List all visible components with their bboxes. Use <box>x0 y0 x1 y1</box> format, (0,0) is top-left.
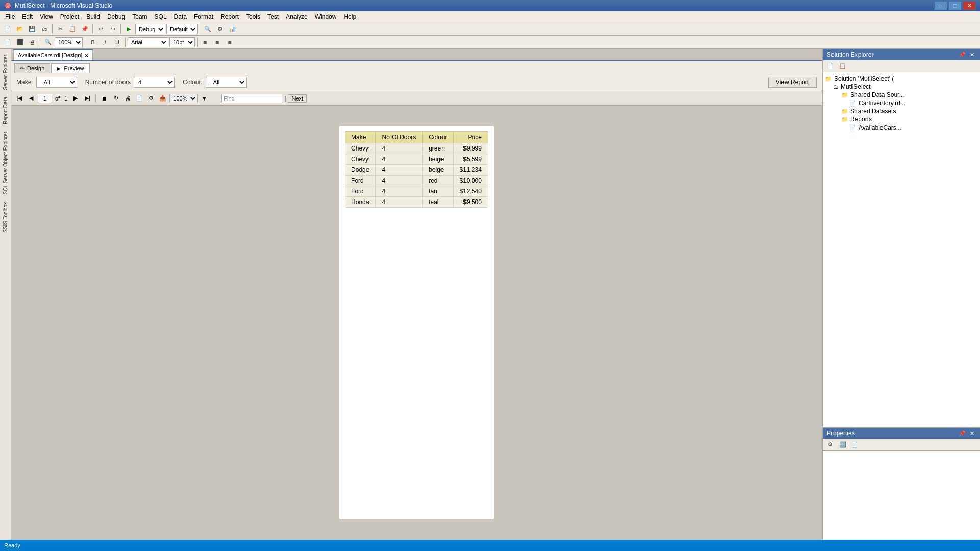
se-shared-data-sources[interactable]: 📁 Shared Data Sour... <box>825 91 978 99</box>
tb2-btn4[interactable]: B <box>87 37 99 47</box>
next-page-btn[interactable]: ▶ <box>70 93 81 104</box>
sidebar-tab-sql-server[interactable]: SQL Server Object Explorer <box>1 128 10 198</box>
sidebar-tab-ssis-toolbox[interactable]: SSIS Toolbox <box>1 198 10 236</box>
make-select[interactable]: _All <box>36 77 77 88</box>
left-sidebar: Server Explorer Report Data SQL Server O… <box>0 49 11 540</box>
col-header-price: Price <box>453 132 488 143</box>
zoom-out-btn[interactable]: 🔍 <box>42 37 54 47</box>
menu-test[interactable]: Test <box>264 12 282 21</box>
tb2-btn5[interactable]: I <box>100 37 111 47</box>
page-total: 1 <box>63 95 69 102</box>
menu-build[interactable]: Build <box>83 12 103 21</box>
se-car-inventory[interactable]: 📄 CarInventory.rd... <box>825 99 978 107</box>
copy-btn[interactable]: 📋 <box>67 24 78 34</box>
se-pin-btn[interactable]: 📌 <box>958 51 966 59</box>
align-left-btn[interactable]: ≡ <box>200 37 211 47</box>
menu-format[interactable]: Format <box>191 12 216 21</box>
export-btn[interactable]: 📤 <box>158 93 168 104</box>
menu-edit[interactable]: Edit <box>19 12 36 21</box>
menu-sql[interactable]: SQL <box>152 12 170 21</box>
se-reports[interactable]: 📁 Reports <box>825 115 978 123</box>
tb2-btn1[interactable]: 📄 <box>2 37 13 47</box>
sidebar-tab-report-data[interactable]: Report Data <box>1 93 10 128</box>
zoom-dropdown[interactable]: 100% <box>55 37 83 47</box>
size-dropdown[interactable]: 10pt <box>169 37 195 47</box>
menu-data[interactable]: Data <box>171 12 190 21</box>
props-close-btn[interactable]: ✕ <box>968 429 976 437</box>
doors-select[interactable]: 4 <box>134 77 175 88</box>
view-report-button[interactable]: View Report <box>768 77 817 88</box>
cell-colour-3: red <box>423 176 453 186</box>
se-shared-datasets[interactable]: 📁 Shared Datasets <box>825 107 978 115</box>
find-input[interactable] <box>221 94 282 103</box>
doc-tab-close[interactable]: ✕ <box>84 53 88 58</box>
run-btn[interactable]: ▶ <box>123 24 134 34</box>
align-right-btn[interactable]: ≡ <box>224 37 235 47</box>
config-dropdown[interactable]: Debug <box>135 24 165 34</box>
menu-file[interactable]: File <box>2 12 18 21</box>
prop-pages-btn[interactable]: 📄 <box>849 440 861 450</box>
font-dropdown[interactable]: Arial <box>128 37 168 47</box>
save-all-btn[interactable]: 🗂 <box>39 24 50 34</box>
next-find-btn[interactable]: Next <box>288 94 307 103</box>
tb-btn2[interactable]: ⚙ <box>214 24 226 34</box>
menu-view[interactable]: View <box>37 12 56 21</box>
cut-btn[interactable]: ✂ <box>55 24 66 34</box>
platform-dropdown[interactable]: Default <box>166 24 198 34</box>
align-center-btn[interactable]: ≡ <box>212 37 223 47</box>
last-page-btn[interactable]: ▶| <box>82 93 92 104</box>
paste-btn[interactable]: 📌 <box>79 24 90 34</box>
tb2-btn3[interactable]: 🖨 <box>27 37 38 47</box>
doc-tab-availablecars[interactable]: AvailableCars.rdl [Design] ✕ <box>13 49 93 60</box>
menu-debug[interactable]: Debug <box>104 12 128 21</box>
open-btn[interactable]: 📂 <box>14 24 26 34</box>
design-tab-icon: ✏ <box>20 66 24 71</box>
first-page-btn[interactable]: |◀ <box>14 93 24 104</box>
undo-btn[interactable]: ↩ <box>95 24 106 34</box>
print-layout-btn[interactable]: 📄 <box>134 93 144 104</box>
se-available-cars[interactable]: 📄 AvailableCars... <box>825 123 978 132</box>
tb2-btn6[interactable]: U <box>112 37 123 47</box>
minimize-button[interactable]: ─ <box>934 1 947 10</box>
refresh-btn[interactable]: ↻ <box>111 93 121 104</box>
maximize-button[interactable]: □ <box>948 1 962 10</box>
menu-window[interactable]: Window <box>312 12 340 21</box>
print-btn[interactable]: 🖨 <box>122 93 133 104</box>
sidebar-tab-server-explorer[interactable]: Server Explorer <box>1 51 10 93</box>
menu-help[interactable]: Help <box>340 12 359 21</box>
menu-project[interactable]: Project <box>57 12 82 21</box>
stop-btn[interactable]: ⏹ <box>99 93 109 104</box>
se-project[interactable]: 🗂 MutliSelect <box>825 83 978 91</box>
prop-alpha-btn[interactable]: 🔤 <box>837 440 848 450</box>
save-btn[interactable]: 💾 <box>27 24 38 34</box>
tb2-btn2[interactable]: ⬛ <box>14 37 26 47</box>
prev-page-btn[interactable]: ◀ <box>26 93 36 104</box>
new-btn[interactable]: 📄 <box>2 24 13 34</box>
se-solution[interactable]: 📁 Solution 'MutliSelect' ( <box>825 74 978 83</box>
redo-btn[interactable]: ↪ <box>107 24 118 34</box>
preview-tab[interactable]: ▶ Preview <box>51 63 89 73</box>
se-reports-label: Reports <box>850 116 872 123</box>
zoom-dropdown-btn[interactable]: ▼ <box>199 93 209 104</box>
design-preview-tabs: ✏ Design ▶ Preview <box>11 61 822 73</box>
menu-team[interactable]: Team <box>129 12 150 21</box>
zoom-select[interactable]: 100% <box>169 94 198 103</box>
se-toolbar-btn1[interactable]: 📄 <box>825 61 836 71</box>
se-toolbar-btn2[interactable]: 📋 <box>837 61 848 71</box>
col-header-make: Make <box>345 132 376 143</box>
solution-explorer-header: Solution Explorer 📌 ✕ <box>823 49 980 60</box>
page-setup-btn[interactable]: ⚙ <box>146 93 156 104</box>
tb-btn3[interactable]: 📊 <box>227 24 238 34</box>
page-number-input[interactable] <box>38 94 52 103</box>
menu-analyze[interactable]: Analyze <box>283 12 311 21</box>
tb-btn1[interactable]: 🔍 <box>202 24 213 34</box>
se-close-btn[interactable]: ✕ <box>968 51 976 59</box>
menu-tools[interactable]: Tools <box>243 12 263 21</box>
design-tab[interactable]: ✏ Design <box>14 63 50 73</box>
props-pin-btn[interactable]: 📌 <box>958 429 966 437</box>
prop-categorized-btn[interactable]: ⚙ <box>825 440 836 450</box>
colour-select[interactable]: _All <box>206 77 247 88</box>
prop-content <box>823 451 980 540</box>
menu-report[interactable]: Report <box>217 12 242 21</box>
close-button[interactable]: ✕ <box>963 1 976 10</box>
